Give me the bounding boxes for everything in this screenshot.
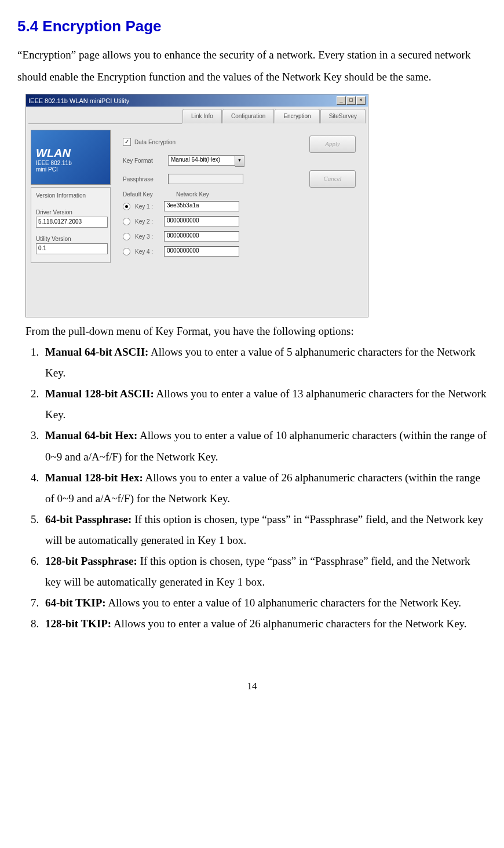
passphrase-input[interactable]	[168, 174, 243, 184]
utility-version-value: 0.1	[36, 243, 108, 254]
passphrase-label: Passphrase	[123, 176, 168, 182]
key1-radio[interactable]	[123, 203, 130, 210]
key3-input[interactable]: 0000000000	[164, 231, 239, 242]
chevron-down-icon[interactable]: ▼	[235, 155, 244, 167]
option-name: Manual 64-bit ASCII:	[45, 346, 148, 358]
default-key-header: Default Key	[123, 191, 176, 198]
list-item: Manual 64-bit ASCII: Allows you to enter…	[42, 342, 487, 383]
cancel-button[interactable]: Cancel	[309, 170, 356, 188]
tab-site-survey[interactable]: SiteSurvey	[320, 109, 366, 123]
titlebar[interactable]: IEEE 802.11b WLAN miniPCI Utility _ □ ×	[26, 94, 368, 107]
driver-version-label: Driver Version	[36, 209, 105, 215]
utility-window: IEEE 802.11b WLAN miniPCI Utility _ □ × …	[25, 94, 368, 317]
intro-paragraph: “Encryption” page allows you to enhance …	[17, 44, 487, 88]
list-item: 64-bit Passphrase: If this option is cho…	[42, 509, 487, 551]
key-format-options: Manual 64-bit ASCII: Allows you to enter…	[17, 342, 487, 634]
tab-encryption[interactable]: Encryption	[275, 109, 319, 123]
maximize-icon[interactable]: □	[346, 96, 356, 105]
tab-configuration[interactable]: Configuration	[222, 109, 274, 123]
option-desc: Allows you to enter a value of 26 alphan…	[111, 617, 466, 630]
network-key-header: Network Key	[176, 191, 209, 198]
option-name: 64-bit TKIP:	[45, 597, 106, 609]
sidebar: WLAN IEEE 802.11b mini PCI Version Infor…	[31, 130, 111, 263]
wlan-minipci: mini PCI	[36, 166, 72, 173]
option-name: 64-bit Passphrase:	[45, 513, 132, 525]
key1-label: Key 1 :	[135, 203, 164, 210]
key4-radio[interactable]	[123, 248, 130, 255]
key-format-select[interactable]: Manual 64-bit(Hex) ▼	[168, 155, 244, 166]
data-encryption-checkbox[interactable]: ✓	[123, 138, 131, 146]
key-format-value: Manual 64-bit(Hex)	[168, 155, 235, 166]
key-format-label: Key Format	[123, 158, 168, 164]
version-info-box: Version Information Driver Version 5.118…	[31, 187, 111, 263]
encryption-settings: ✓ Data Encryption Key Format Manual 64-b…	[119, 130, 309, 263]
key3-radio[interactable]	[123, 233, 130, 240]
key3-label: Key 3 :	[135, 233, 164, 240]
option-name: Manual 128-bit ASCII:	[45, 388, 154, 400]
minimize-icon[interactable]: _	[337, 96, 346, 105]
wlan-ieee: IEEE 802.11b	[36, 160, 72, 166]
tab-link-info[interactable]: Link Info	[182, 109, 222, 123]
window-title: IEEE 802.11b WLAN miniPCI Utility	[28, 97, 129, 104]
utility-version-label: Utility Version	[36, 236, 105, 242]
list-item: 128-bit Passphrase: If this option is ch…	[42, 551, 487, 593]
wlan-logo: WLAN IEEE 802.11b mini PCI	[31, 130, 111, 185]
list-item: Manual 128-bit ASCII: Allows you to ente…	[42, 383, 487, 425]
driver-version-value: 5.118.0127.2003	[36, 217, 108, 228]
version-info-title: Version Information	[36, 192, 105, 199]
list-item: Manual 128-bit Hex: Allows you to enter …	[42, 467, 487, 509]
option-name: 128-bit Passphrase:	[45, 555, 137, 567]
option-name: 128-bit TKIP:	[45, 617, 111, 630]
section-heading: 5.4 Encryption Page	[17, 17, 487, 35]
list-item: 64-bit TKIP: Allows you to enter a value…	[42, 593, 487, 613]
data-encryption-label: Data Encryption	[134, 139, 176, 145]
option-name: Manual 64-bit Hex:	[45, 429, 137, 441]
apply-button[interactable]: Apply	[309, 136, 356, 153]
tabs-container: Link Info Configuration Encryption SiteS…	[28, 109, 366, 315]
close-icon[interactable]: ×	[356, 96, 366, 105]
key4-label: Key 4 :	[135, 248, 164, 255]
page-number: 14	[17, 681, 487, 692]
key1-input[interactable]: 3ee35b3a1a	[164, 201, 239, 211]
option-desc: Allows you to enter a value of 10 alphan…	[106, 597, 461, 609]
key2-input[interactable]: 0000000000	[164, 216, 239, 226]
key2-radio[interactable]	[123, 218, 130, 225]
option-name: Manual 128-bit Hex:	[45, 471, 143, 484]
key2-label: Key 2 :	[135, 218, 164, 225]
key4-input[interactable]: 0000000000	[164, 246, 239, 257]
list-item: Manual 64-bit Hex: Allows you to enter a…	[42, 425, 487, 467]
key-format-intro: From the pull-down menu of Key Format, y…	[25, 321, 487, 342]
list-item: 128-bit TKIP: Allows you to enter a valu…	[42, 613, 487, 634]
wlan-brand: WLAN	[36, 147, 72, 160]
